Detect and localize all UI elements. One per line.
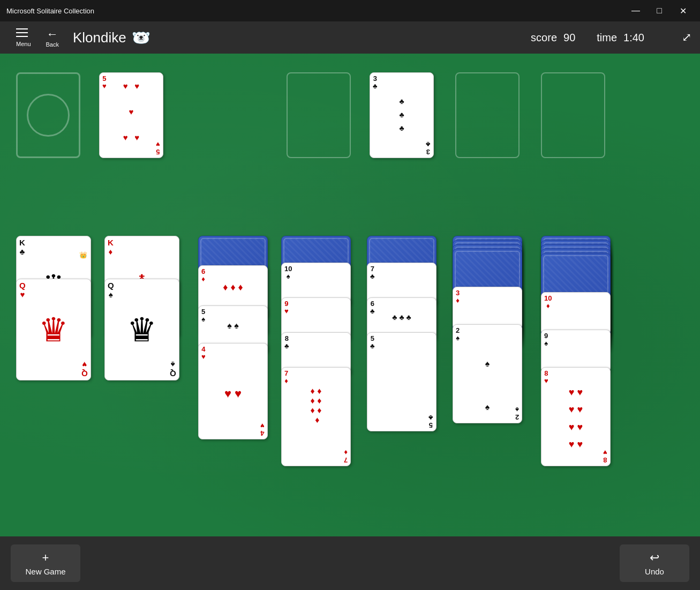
minimize-button[interactable]: — bbox=[625, 3, 646, 19]
card-rank-top: 2♠ bbox=[456, 327, 460, 342]
card-rank-bottom: 3♣ bbox=[426, 140, 431, 155]
game-title: Klondike 🐻‍❄️ bbox=[73, 29, 150, 47]
new-game-label: New Game bbox=[25, 567, 65, 576]
card-rank-bottom: 8♥ bbox=[603, 448, 607, 464]
new-game-button[interactable]: + New Game bbox=[11, 544, 80, 582]
card-pips: ♣ ♣ ♣ bbox=[392, 313, 411, 322]
card-rank-top: 10♠ bbox=[284, 265, 292, 281]
title-bar: Microsoft Solitaire Collection — □ ✕ bbox=[0, 0, 700, 21]
tableau-col7-8h[interactable]: 8♥ ♥ ♥♥ ♥♥ ♥♥ ♥ 8♥ bbox=[541, 367, 611, 466]
time-display: time 1:40 bbox=[597, 32, 644, 44]
score-display: score 90 bbox=[531, 32, 575, 44]
card-rank-top: 8♣ bbox=[284, 335, 289, 350]
card-rank-bottom: 5♣ bbox=[428, 413, 433, 429]
maximize-button[interactable]: □ bbox=[649, 3, 670, 19]
card-rank-bottom: 4♥ bbox=[260, 421, 265, 437]
card-rank-top: 6♣ bbox=[370, 300, 375, 316]
stock-circle-icon bbox=[27, 94, 70, 137]
undo-label: Undo bbox=[645, 567, 664, 576]
hamburger-icon bbox=[16, 32, 28, 33]
card-rank-top: 4♥ bbox=[201, 346, 206, 361]
close-button[interactable]: ✕ bbox=[672, 3, 694, 19]
card-rank-top: 3♦ bbox=[456, 289, 460, 305]
polar-bear-icon: 🐻‍❄️ bbox=[132, 29, 150, 47]
card-rank-top: 7♦ bbox=[284, 370, 288, 385]
score-label: score bbox=[531, 32, 557, 44]
tableau-col6-2s[interactable]: 2♠ ♠ ♠ 2♠ bbox=[453, 324, 522, 423]
card-rank-top: 8♥ bbox=[544, 370, 548, 385]
back-label: Back bbox=[46, 41, 59, 48]
tableau-col7-9s[interactable]: 9♠ bbox=[541, 330, 611, 372]
card-pips: ♠ bbox=[485, 359, 490, 369]
title-bar-title: Microsoft Solitaire Collection bbox=[6, 7, 94, 15]
time-label: time bbox=[597, 32, 617, 44]
time-value: 1:40 bbox=[623, 32, 644, 44]
card-rank-top: 9♥ bbox=[284, 300, 289, 316]
card-pips: ♥ ♥♥♥ ♥ bbox=[123, 80, 139, 144]
tableau-col5-5[interactable]: 5♣ 5♣ bbox=[367, 332, 436, 431]
queen-spades-face: ♛ bbox=[108, 289, 176, 370]
crown-icon: 👑 bbox=[79, 251, 87, 259]
card-pip2: ♠ bbox=[485, 402, 490, 412]
card-rank-top: 10♦ bbox=[544, 295, 552, 310]
app-header: Menu ← Back Klondike 🐻‍❄️ score 90 time … bbox=[0, 21, 700, 54]
foundation-2-card[interactable]: 3♣ ♣♣♣ 3♣ bbox=[370, 72, 434, 158]
card-rank-top: 9♠ bbox=[544, 332, 548, 348]
foundation-3[interactable] bbox=[455, 72, 520, 158]
card-rank-top: 5♠ bbox=[201, 308, 205, 324]
foundation-1[interactable] bbox=[287, 72, 351, 158]
menu-button[interactable]: Menu bbox=[9, 23, 39, 53]
title-bar-controls: — □ ✕ bbox=[625, 3, 694, 19]
card-pips: ♠ ♠ bbox=[227, 321, 238, 331]
fullscreen-button[interactable]: ⤢ bbox=[682, 31, 691, 44]
card-pips: ♥ ♥♥ ♥♥ ♥♥ ♥ bbox=[547, 384, 605, 453]
stock-pile[interactable] bbox=[16, 72, 80, 158]
back-button[interactable]: ← Back bbox=[39, 23, 66, 52]
card-rank-bottom: Q♠ bbox=[170, 360, 176, 378]
card-rank-bottom: 7♦ bbox=[344, 448, 348, 464]
tableau-col7-10d[interactable]: 10♦ bbox=[541, 292, 611, 335]
card-rank-top: 6♦ bbox=[201, 268, 205, 283]
card-rank-top: 3♣ bbox=[373, 75, 378, 91]
card-rank-bottom: Q♥ bbox=[81, 360, 88, 378]
hamburger-icon bbox=[16, 28, 28, 29]
waste-pile-card[interactable]: 5♥ ♥ ♥♥♥ ♥ 5♥ bbox=[99, 72, 163, 158]
card-pips: ♦ ♦ ♦ bbox=[223, 282, 243, 293]
undo-button[interactable]: ↩ Undo bbox=[620, 544, 689, 582]
card-rank-bottom: 2♠ bbox=[515, 405, 519, 421]
hamburger-icon bbox=[16, 36, 28, 37]
card-pips: ♥ ♥ bbox=[224, 387, 242, 401]
card-rank-top: 7♣ bbox=[370, 265, 375, 281]
queen-hearts-face: ♛ bbox=[19, 289, 88, 370]
menu-label: Menu bbox=[16, 41, 31, 47]
plus-icon: + bbox=[42, 551, 49, 565]
tableau-col2-card2[interactable]: Q♠ ♛ Q♠ bbox=[104, 279, 179, 380]
score-value: 90 bbox=[563, 32, 575, 44]
bottom-toolbar: + New Game ↩ Undo bbox=[0, 536, 700, 590]
tableau-col3-4h[interactable]: 4♥ ♥ ♥ 4♥ bbox=[198, 343, 268, 439]
card-pips: ♣♣♣ bbox=[399, 95, 404, 136]
tableau-col4-7d[interactable]: 7♦ ♦ ♦♦ ♦♦ ♦ ♦ 7♦ bbox=[281, 367, 351, 466]
score-section: score 90 time 1:40 ⤢ bbox=[531, 31, 691, 44]
back-arrow-icon: ← bbox=[47, 27, 58, 41]
card-rank-top: 5♣ bbox=[370, 335, 375, 350]
game-area: 5♥ ♥ ♥♥♥ ♥ 5♥ 3♣ ♣♣♣ 3♣ K♣ ♛ 👑 K♣ Q♥ ♛ Q… bbox=[0, 54, 700, 536]
undo-icon: ↩ bbox=[650, 551, 659, 565]
card-pips: ♦ ♦♦ ♦♦ ♦ ♦ bbox=[287, 386, 345, 425]
foundation-4[interactable] bbox=[541, 72, 605, 158]
tableau-col1-card2[interactable]: Q♥ ♛ Q♥ bbox=[16, 279, 91, 380]
tableau-col6-3d[interactable]: 3♦ bbox=[453, 287, 522, 330]
card-rank-bottom: 5♥ bbox=[156, 140, 160, 155]
card-rank-top: 5♥ bbox=[102, 75, 107, 91]
